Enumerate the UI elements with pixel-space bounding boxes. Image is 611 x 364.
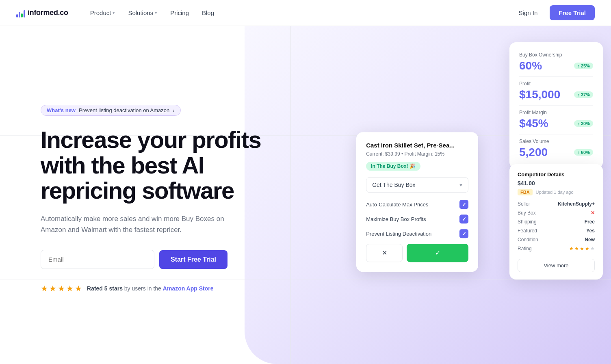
- comp-star-2: ★: [574, 246, 579, 251]
- buy-box-badge-green: ↑ 25%: [574, 63, 593, 69]
- rating-row: ★ ★ ★ ★ ★ Rated 5 stars by users in the …: [41, 284, 336, 293]
- nav-item-product[interactable]: Product ▾: [84, 6, 121, 20]
- comp-star-1: ★: [569, 246, 574, 251]
- navbar: informed.co Product ▾ Solutions ▾ Pricin…: [0, 0, 611, 26]
- rating-text: Rated 5 stars by users in the Amazon App…: [87, 285, 214, 292]
- profit-badge: ↑ 37%: [574, 91, 593, 98]
- checkbox-buy-box-profits[interactable]: ✓: [459, 214, 468, 223]
- hero-cta-row: Start Free Trial: [41, 250, 336, 269]
- nav-right: Sign In Free Trial: [513, 5, 595, 20]
- comp-row-rating: Rating ★ ★ ★ ★ ★: [518, 246, 595, 251]
- profit-margin-badge: ↑ 30%: [574, 120, 593, 127]
- badge-label: What's new: [47, 107, 76, 113]
- nav-item-blog[interactable]: Blog: [196, 6, 220, 20]
- comp-star-5: ★: [590, 246, 595, 251]
- divider-3: [519, 134, 593, 134]
- divider-1: [519, 76, 593, 77]
- logo-text: informed.co: [28, 9, 68, 17]
- hero-content: What's new Prevent listing deactivation …: [0, 26, 336, 364]
- star-2: ★: [49, 284, 56, 293]
- comp-row-condition: Condition New: [518, 237, 595, 243]
- chevron-down-icon: ▾: [155, 10, 157, 15]
- star-5: ★: [75, 284, 82, 293]
- buy-box-badge: In The Buy Box! 🎉: [366, 162, 420, 171]
- star-3: ★: [58, 284, 65, 293]
- stats-card: Buy Box Ownership 60% ↑ 25% Profit $15,0…: [509, 42, 603, 169]
- buy-box-x: ✕: [591, 210, 595, 216]
- checkbox-auto-calculate[interactable]: ✓: [459, 200, 468, 209]
- email-input[interactable]: [41, 250, 154, 269]
- whats-new-badge[interactable]: What's new Prevent listing deactivation …: [41, 105, 181, 116]
- dropdown-chevron-icon: ▾: [459, 182, 462, 188]
- checkbox-prevent-deactivation[interactable]: ✓: [459, 229, 468, 238]
- badge-text: Prevent listing deactivation on Amazon: [79, 107, 169, 113]
- profit-value: $15,000 ↑ 37%: [519, 88, 593, 101]
- sales-volume-badge: ↑ 60%: [574, 149, 593, 156]
- comp-row-buybox: Buy Box ✕: [518, 210, 595, 216]
- nav-free-trial-button[interactable]: Free Trial: [550, 5, 595, 20]
- chevron-down-icon: ▾: [113, 10, 115, 15]
- profit-margin-value: $45% ↑ 30%: [519, 117, 593, 130]
- feature-row-1: Auto-Calculate Max Prices ✓: [366, 200, 468, 209]
- strategy-dropdown[interactable]: Get The Buy Box ▾: [366, 177, 468, 193]
- divider-2: [519, 105, 593, 106]
- updated-text: Updated 1 day ago: [536, 190, 574, 195]
- sign-in-link[interactable]: Sign In: [513, 6, 544, 20]
- cancel-button[interactable]: ✕: [366, 244, 403, 262]
- comp-row-seller: Seller KitchenSupply+: [518, 201, 595, 207]
- confirm-button[interactable]: ✓: [407, 244, 468, 262]
- arrow-icon: ›: [173, 107, 174, 113]
- fba-badge: FBA: [518, 189, 533, 195]
- feature-row-2: Maximize Buy Box Profits ✓: [366, 214, 468, 223]
- competitor-star-rating: ★ ★ ★ ★ ★: [569, 246, 595, 251]
- hero-visuals: Cast Iron Skillet Set, Pre-Sea... Curren…: [336, 26, 611, 364]
- nav-links: Product ▾ Solutions ▾ Pricing Blog: [84, 6, 513, 20]
- hero-subtext: Automatically make more sales and win mo…: [41, 213, 236, 235]
- comp-row-featured: Featured Yes: [518, 228, 595, 234]
- comp-star-4: ★: [585, 246, 589, 251]
- logo[interactable]: informed.co: [16, 9, 68, 17]
- product-meta: Current: $39.99 • Profit Margin: 15%: [366, 151, 468, 157]
- star-rating: ★ ★ ★ ★ ★: [41, 284, 82, 293]
- feature-row-3: Prevent Listing Deactivation ✓: [366, 229, 468, 238]
- comp-row-shipping: Shipping Free: [518, 219, 595, 225]
- view-more-button[interactable]: View more: [518, 259, 595, 272]
- sales-volume-value: 5,200 ↑ 60%: [519, 146, 593, 159]
- logo-icon: [16, 9, 25, 17]
- nav-item-solutions[interactable]: Solutions ▾: [122, 6, 163, 20]
- buy-box-ownership-value: 60% ↑ 25%: [519, 59, 593, 72]
- product-card: Cast Iron Skillet Set, Pre-Sea... Curren…: [356, 132, 478, 272]
- start-free-trial-button[interactable]: Start Free Trial: [159, 250, 228, 269]
- star-4: ★: [66, 284, 74, 293]
- competitor-card: Competitor Details $41.00 FBA Updated 1 …: [509, 164, 603, 280]
- comp-star-3: ★: [580, 246, 584, 251]
- hero-headline: Increase your profits with the best AI r…: [41, 127, 268, 204]
- competitor-badges: FBA Updated 1 day ago: [518, 189, 595, 195]
- nav-item-pricing[interactable]: Pricing: [165, 6, 195, 20]
- product-title: Cast Iron Skillet Set, Pre-Sea...: [366, 142, 468, 149]
- star-1: ★: [41, 284, 48, 293]
- hero-section: What's new Prevent listing deactivation …: [0, 26, 611, 364]
- card-actions: ✕ ✓: [366, 244, 468, 262]
- amazon-app-store-link[interactable]: Amazon App Store: [163, 285, 214, 292]
